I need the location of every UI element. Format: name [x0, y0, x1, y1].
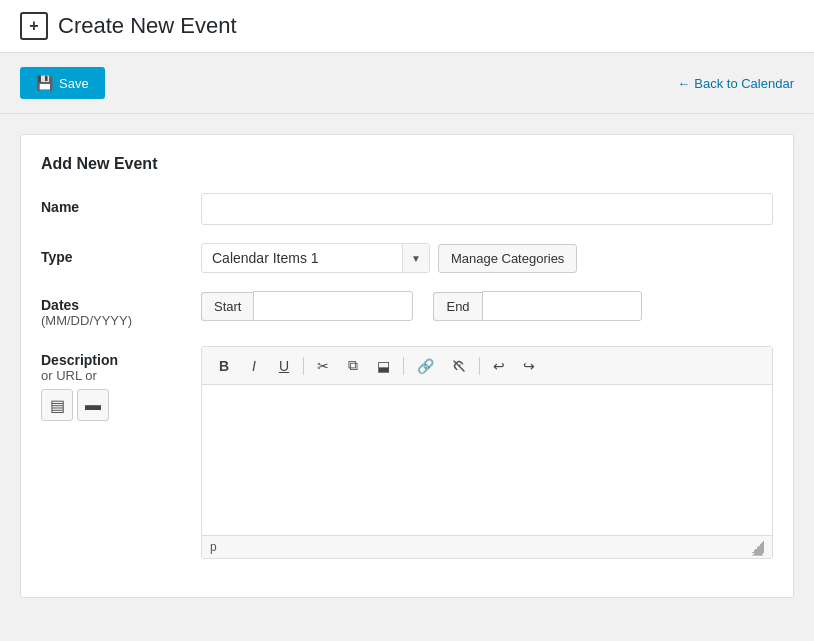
description-sub: or URL or	[41, 368, 201, 383]
dates-format-label: (MM/DD/YYYY)	[41, 313, 201, 328]
page-icon: +	[20, 12, 48, 40]
dates-field: Start End	[201, 291, 773, 321]
cut-button[interactable]: ✂	[309, 353, 337, 379]
name-label: Name	[41, 193, 201, 215]
type-row: Type Calendar Items 1 ▼ Manage Categorie…	[41, 243, 773, 273]
dates-label-col: Dates (MM/DD/YYYY)	[41, 291, 201, 328]
name-field	[201, 193, 773, 225]
content-icon: ▤	[50, 396, 65, 415]
editor-tag-indicator: p	[210, 540, 217, 554]
dates-row: Dates (MM/DD/YYYY) Start End	[41, 291, 773, 328]
insert-media-icon-button[interactable]: ▬	[77, 389, 109, 421]
description-field: B I U ✂ ⧉ ⬓ 🔗	[201, 346, 773, 559]
save-icon: 💾	[36, 75, 53, 91]
editor-toolbar: B I U ✂ ⧉ ⬓ 🔗	[202, 347, 772, 385]
name-input[interactable]	[201, 193, 773, 225]
description-label-col: Description or URL or ▤ ▬	[41, 346, 201, 421]
underline-button[interactable]: U	[270, 353, 298, 379]
description-icon-buttons: ▤ ▬	[41, 389, 201, 421]
start-date-button[interactable]: Start	[201, 292, 253, 321]
main-content: Add New Event Name Type Calendar Items 1…	[0, 114, 814, 618]
editor-footer: p ◢	[202, 535, 772, 558]
manage-categories-button[interactable]: Manage Categories	[438, 244, 577, 273]
insert-content-icon-button[interactable]: ▤	[41, 389, 73, 421]
end-date-input[interactable]	[482, 291, 642, 321]
editor-body[interactable]	[202, 385, 772, 535]
description-row: Description or URL or ▤ ▬ B I U	[41, 346, 773, 559]
form-card: Add New Event Name Type Calendar Items 1…	[20, 134, 794, 598]
type-label: Type	[41, 243, 201, 265]
end-date-button[interactable]: End	[433, 292, 481, 321]
page-title: Create New Event	[58, 13, 237, 39]
toolbar: 💾 Save ← Back to Calendar	[0, 53, 814, 114]
save-button[interactable]: 💾 Save	[20, 67, 105, 99]
toolbar-separator-2	[403, 357, 404, 375]
paste-button[interactable]: ⬓	[369, 353, 398, 379]
save-label: Save	[59, 76, 89, 91]
italic-button[interactable]: I	[240, 353, 268, 379]
back-arrow-icon: ←	[677, 76, 690, 91]
back-label: Back to Calendar	[694, 76, 794, 91]
dates-label: Dates	[41, 297, 201, 313]
page-icon-symbol: +	[29, 17, 38, 35]
name-row: Name	[41, 193, 773, 225]
end-date-field: End	[433, 291, 641, 321]
undo-button[interactable]: ↩	[485, 353, 513, 379]
editor-resize-handle[interactable]: ◢	[752, 541, 764, 553]
copy-button[interactable]: ⧉	[339, 352, 367, 379]
back-to-calendar-link[interactable]: ← Back to Calendar	[677, 76, 794, 91]
insert-link-button[interactable]: 🔗	[409, 353, 442, 379]
description-label: Description	[41, 352, 201, 368]
toolbar-separator-1	[303, 357, 304, 375]
redo-button[interactable]: ↪	[515, 353, 543, 379]
page-header: + Create New Event	[0, 0, 814, 53]
start-date-input[interactable]	[253, 291, 413, 321]
form-card-title: Add New Event	[41, 155, 773, 173]
bold-button[interactable]: B	[210, 353, 238, 379]
start-date-field: Start	[201, 291, 413, 321]
type-dropdown-arrow[interactable]: ▼	[402, 244, 429, 272]
unlink-button[interactable]	[444, 354, 474, 378]
media-icon: ▬	[85, 396, 101, 414]
type-field: Calendar Items 1 ▼ Manage Categories	[201, 243, 773, 273]
type-select-text: Calendar Items 1	[202, 244, 402, 272]
type-select-wrapper[interactable]: Calendar Items 1 ▼	[201, 243, 430, 273]
dropdown-arrow-icon: ▼	[411, 253, 421, 264]
editor-container: B I U ✂ ⧉ ⬓ 🔗	[201, 346, 773, 559]
toolbar-separator-3	[479, 357, 480, 375]
